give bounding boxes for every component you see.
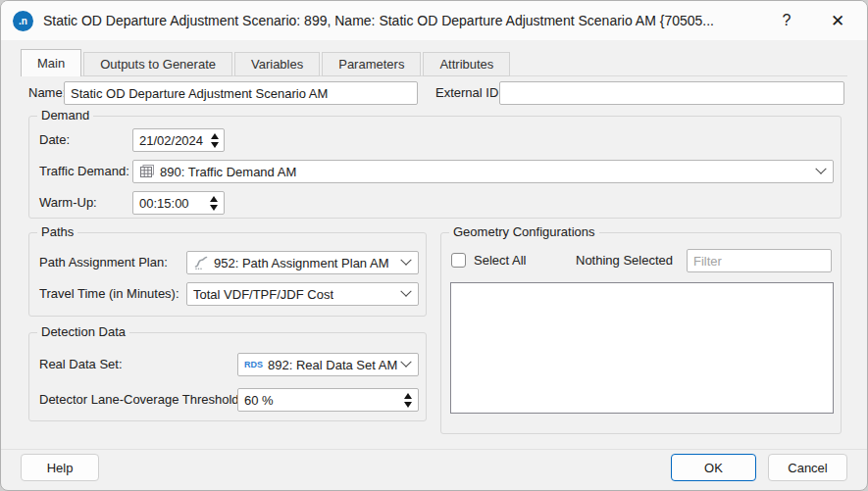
select-all-checkbox[interactable] [451,253,466,268]
name-label: Name: [28,81,66,105]
table-grid-icon [139,164,155,179]
spin-up-icon[interactable] [210,196,218,202]
paths-group: Paths Path Assignment Plan: 952: Path As… [28,232,427,317]
path-assignment-plan-label: Path Assignment Plan: [39,251,168,274]
help-button[interactable]: Help [21,454,99,481]
dialog-window: .n Static OD Departure Adjustment Scenar… [0,0,868,491]
spin-down-icon[interactable] [211,142,219,148]
tab-main[interactable]: Main [21,49,81,76]
title-bar: .n Static OD Departure Adjustment Scenar… [1,1,867,40]
warm-up-spinner[interactable]: 00:15:00 [132,191,225,215]
date-spinner[interactable]: 21/02/2024 [132,128,225,152]
warm-up-label: Warm-Up: [39,191,97,215]
spin-down-icon[interactable] [404,402,412,408]
travel-time-value: Total VDF/TPF/JDF Cost [193,287,333,302]
date-spin-buttons[interactable] [203,133,219,148]
tab-variables[interactable]: Variables [234,52,320,76]
window-title: Static OD Departure Adjustment Scenario:… [43,13,714,28]
footer-divider [1,449,867,450]
date-label: Date: [39,128,70,152]
chevron-down-icon [815,164,826,174]
geometry-configurations-list[interactable] [450,282,834,414]
real-data-set-value: 892: Real Data Set AM [268,358,397,372]
paths-group-legend: Paths [37,224,77,239]
select-all-label: Select All [474,253,526,268]
warm-up-value: 00:15:00 [139,196,189,211]
selection-status-text: Nothing Selected [576,249,673,272]
external-id-label: External ID: [435,81,502,105]
detector-threshold-label: Detector Lane-Coverage Threshold: [39,388,242,412]
spin-down-icon[interactable] [210,205,218,211]
window-close-button[interactable]: ✕ [818,1,857,40]
spin-up-icon[interactable] [404,393,412,399]
real-data-set-select[interactable]: RDS 892: Real Data Set AM [237,353,419,376]
detection-data-group: Detection Data Real Data Set: RDS 892: R… [28,332,427,421]
geometry-configurations-group: Geometry Configurations Select All Nothi… [440,232,842,434]
date-value: 21/02/2024 [139,133,203,148]
app-logo-icon: .n [13,11,33,31]
threshold-spin-buttons[interactable] [396,393,412,408]
path-route-icon [193,255,209,270]
window-help-button[interactable]: ? [767,1,806,40]
select-all-control[interactable]: Select All [451,253,526,268]
demand-group-legend: Demand [37,108,93,123]
path-assignment-plan-value: 952: Path Assignment Plan AM [214,256,389,270]
tab-outputs-to-generate[interactable]: Outputs to Generate [83,52,232,76]
travel-time-select[interactable]: Total VDF/TPF/JDF Cost [186,282,419,306]
geometry-filter-input[interactable] [687,249,832,272]
detector-threshold-spinner[interactable]: 60 % [237,388,419,412]
external-id-input[interactable] [499,81,844,105]
warm-up-spin-buttons[interactable] [202,196,218,211]
rds-icon: RDS [244,360,263,369]
tab-bar: Main Outputs to Generate Variables Param… [21,49,512,76]
traffic-demand-value: 890: Traffic Demand AM [160,165,296,179]
spin-up-icon[interactable] [211,133,219,139]
travel-time-label: Travel Time (in Minutes): [39,282,179,306]
chevron-down-icon [400,357,411,368]
tab-parameters[interactable]: Parameters [322,52,421,76]
path-assignment-plan-select[interactable]: 952: Path Assignment Plan AM [186,251,419,274]
traffic-demand-select[interactable]: 890: Traffic Demand AM [132,160,834,183]
ok-button[interactable]: OK [671,454,756,481]
geometry-group-legend: Geometry Configurations [449,224,599,239]
chevron-down-icon [400,255,411,266]
chevron-down-icon [400,286,411,297]
real-data-set-label: Real Data Set: [39,353,123,376]
detection-data-group-legend: Detection Data [37,324,129,339]
name-input[interactable] [64,81,418,105]
demand-group: Demand Date: 21/02/2024 Traffic Demand: … [28,116,842,219]
tab-attributes[interactable]: Attributes [423,52,510,76]
cancel-button[interactable]: Cancel [768,454,847,481]
traffic-demand-label: Traffic Demand: [39,160,129,183]
detector-threshold-value: 60 % [244,393,274,408]
